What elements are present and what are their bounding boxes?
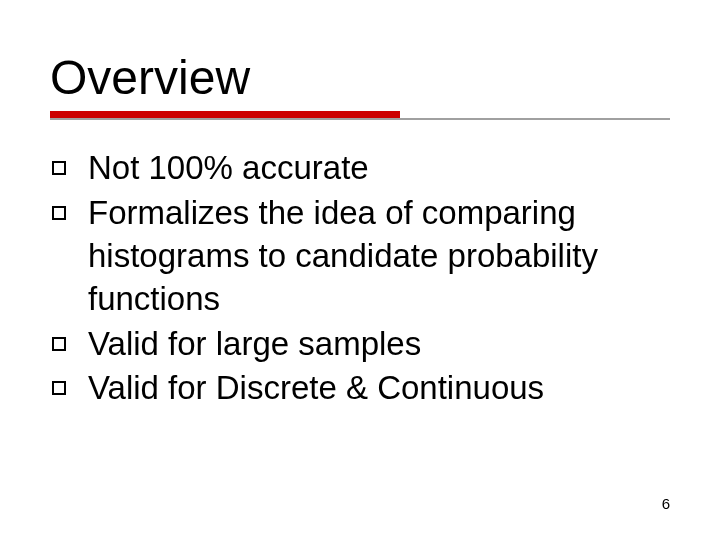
square-bullet-icon [52, 337, 66, 351]
bullet-text: Not 100% accurate [88, 147, 670, 190]
title-underline-gray [50, 118, 670, 120]
square-bullet-icon [52, 381, 66, 395]
slide-title: Overview [50, 50, 670, 105]
page-number: 6 [662, 495, 670, 512]
bullet-text: Valid for Discrete & Continuous [88, 367, 670, 410]
list-item: Not 100% accurate [52, 147, 670, 190]
square-bullet-icon [52, 161, 66, 175]
list-item: Formalizes the idea of comparing histogr… [52, 192, 670, 321]
title-underline [50, 111, 670, 125]
list-item: Valid for Discrete & Continuous [52, 367, 670, 410]
list-item: Valid for large samples [52, 323, 670, 366]
bullet-list: Not 100% accurate Formalizes the idea of… [50, 147, 670, 410]
square-bullet-icon [52, 206, 66, 220]
bullet-text: Formalizes the idea of comparing histogr… [88, 192, 670, 321]
slide: Overview Not 100% accurate Formalizes th… [0, 0, 720, 540]
bullet-text: Valid for large samples [88, 323, 670, 366]
title-underline-red [50, 111, 400, 118]
